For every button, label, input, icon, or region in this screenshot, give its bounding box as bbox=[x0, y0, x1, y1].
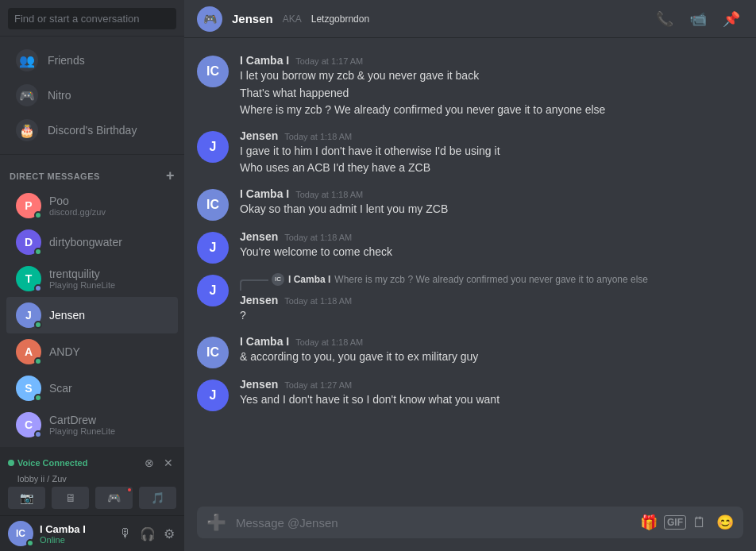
dm-sub-poo: discord.gg/zuv bbox=[49, 207, 168, 217]
msg-line: Okay so than you admit I lent you my ZCB bbox=[240, 202, 743, 218]
call-button[interactable]: 📞 bbox=[653, 7, 677, 31]
headset-button[interactable]: 🎧 bbox=[138, 525, 157, 543]
msg-line: ? bbox=[240, 308, 743, 324]
dm-status-dot-poo bbox=[34, 211, 42, 219]
dm-info-trentquility: trentquility Playing RuneLite bbox=[49, 268, 168, 290]
dm-item-jensen[interactable]: J Jensen bbox=[6, 297, 178, 333]
sidebar-item-friends[interactable]: 👥 Friends bbox=[6, 43, 178, 78]
dm-item-cartdrew[interactable]: C CartDrew Playing RuneLite bbox=[6, 407, 178, 443]
msg-content-7: Jensen Today at 1:27 AM Yes and I don't … bbox=[240, 378, 743, 411]
msg-avatar-7: J bbox=[197, 380, 229, 411]
msg-header-6: I Camba I Today at 1:18 AM bbox=[240, 335, 743, 348]
msg-author-4: Jensen bbox=[240, 230, 278, 243]
music-button[interactable]: 🎵 bbox=[139, 487, 176, 509]
nitro-label: Nitro bbox=[48, 89, 71, 102]
msg-avatar-3: IC bbox=[197, 189, 229, 221]
reply-author-5: I Camba I bbox=[288, 274, 330, 285]
voice-action-buttons: ⊗ ✕ bbox=[141, 453, 176, 472]
dm-info-dirtybongwater: dirtybongwater bbox=[49, 236, 168, 249]
dm-info-cartdrew: CartDrew Playing RuneLite bbox=[49, 414, 168, 436]
message-group-6: IC I Camba I Today at 1:18 AM & accordin… bbox=[184, 332, 756, 372]
msg-content-6: I Camba I Today at 1:18 AM & according t… bbox=[240, 335, 743, 368]
msg-text-3: Okay so than you admit I lent you my ZCB bbox=[240, 202, 743, 218]
message-group-1: IC I Camba I Today at 1:17 AM I let you … bbox=[184, 51, 756, 123]
reply-section-5: IC I Camba I Where is my zcb ? We alread… bbox=[240, 273, 743, 291]
add-attachment-button[interactable]: ➕ bbox=[203, 507, 230, 538]
reply-text-5: Where is my zcb ? We already confirmed y… bbox=[334, 274, 648, 285]
friends-icon: 👥 bbox=[16, 49, 38, 71]
sidebar-item-birthday[interactable]: 🎂 Discord's Birthday bbox=[6, 113, 178, 148]
settings-button[interactable]: ⚙ bbox=[162, 525, 176, 543]
dm-status-dot-scar bbox=[34, 394, 42, 402]
activity-notification-dot bbox=[126, 487, 133, 493]
chat-header-avatar-icon: 🎮 bbox=[203, 13, 217, 25]
msg-line: Yes and I don't have it so I don't know … bbox=[240, 392, 743, 408]
chat-header-aka-label: AKA bbox=[283, 13, 302, 25]
user-info: I Camba I Online bbox=[40, 523, 111, 545]
dm-section-header: Direct Messages + bbox=[0, 155, 184, 187]
search-input[interactable] bbox=[8, 8, 176, 29]
dm-name-andy: ANDY bbox=[49, 345, 168, 358]
dm-status-dot-cartdrew bbox=[34, 430, 42, 438]
activity-button[interactable]: 🎮 bbox=[95, 487, 133, 509]
message-input[interactable] bbox=[236, 507, 631, 538]
msg-avatar-4: J bbox=[197, 232, 229, 264]
emoji-button[interactable]: 😊 bbox=[713, 511, 737, 534]
dm-sub-cartdrew: Playing RuneLite bbox=[49, 426, 168, 436]
dm-avatar-wrap-cartdrew: C bbox=[16, 412, 41, 437]
voice-panel: Voice Connected ⊗ ✕ lobby ii / Zuv 📷 🖥 🎮… bbox=[0, 447, 184, 515]
screenshare-button[interactable]: 🖥 bbox=[52, 487, 89, 509]
video-button[interactable]: 📹 bbox=[686, 7, 710, 31]
msg-author-3: I Camba I bbox=[240, 187, 289, 200]
main-content: 🎮 Jensen AKA Letzgobrndon 📞 📹 📌 IC I Cam… bbox=[184, 0, 756, 551]
dm-item-scar[interactable]: S Scar bbox=[6, 370, 178, 407]
voice-leave-button[interactable]: ✕ bbox=[160, 453, 176, 472]
msg-timestamp-4: Today at 1:18 AM bbox=[284, 233, 352, 242]
user-status: Online bbox=[40, 535, 111, 545]
voice-mute-button[interactable]: ⊗ bbox=[141, 453, 157, 472]
msg-text-5: ? bbox=[240, 308, 743, 324]
gif-button[interactable]: GIF bbox=[664, 515, 686, 530]
dm-item-andy[interactable]: A ANDY bbox=[6, 333, 178, 370]
dm-status-dot-dirtybongwater bbox=[34, 248, 42, 256]
msg-author-2: Jensen bbox=[240, 129, 278, 142]
dm-list: P Poo discord.gg/zuv D dirtybongwater bbox=[0, 187, 184, 447]
gift-button[interactable]: 🎁 bbox=[637, 511, 661, 534]
voice-channel-name: lobby ii / Zuv bbox=[8, 472, 176, 484]
msg-content-1: I Camba I Today at 1:17 AM I let you bor… bbox=[240, 54, 743, 120]
dm-item-poo[interactable]: P Poo discord.gg/zuv bbox=[6, 187, 178, 224]
sidebar-item-nitro[interactable]: 🎮 Nitro bbox=[6, 78, 178, 113]
microphone-button[interactable]: 🎙 bbox=[118, 525, 133, 543]
pinned-button[interactable]: 📌 bbox=[719, 7, 743, 31]
chat-header-name: Jensen bbox=[232, 12, 273, 25]
message-group-7: J Jensen Today at 1:27 AM Yes and I don'… bbox=[184, 375, 756, 414]
dm-info-andy: ANDY bbox=[49, 345, 168, 358]
msg-content-4: Jensen Today at 1:18 AM You're welcome t… bbox=[240, 230, 743, 264]
user-panel: IC I Camba I Online 🎙 🎧 ⚙ bbox=[0, 515, 184, 551]
dm-item-dirtybongwater[interactable]: D dirtybongwater bbox=[6, 224, 178, 260]
msg-author-6: I Camba I bbox=[240, 335, 289, 348]
dm-avatar-wrap-andy: A bbox=[16, 339, 41, 364]
friends-label: Friends bbox=[48, 54, 85, 67]
camera-button[interactable]: 📷 bbox=[8, 487, 45, 509]
reply-content-5: IC I Camba I Where is my zcb ? We alread… bbox=[272, 273, 648, 286]
msg-timestamp-3: Today at 1:18 AM bbox=[295, 190, 363, 199]
dm-sub-trentquility: Playing RuneLite bbox=[49, 280, 168, 290]
msg-header-5: Jensen Today at 1:18 AM bbox=[240, 294, 743, 306]
msg-text-2: I gave it to him I don't have it otherwi… bbox=[240, 144, 743, 176]
dm-item-trentquility[interactable]: T trentquility Playing RuneLite bbox=[6, 260, 178, 297]
msg-content-5: IC I Camba I Where is my zcb ? We alread… bbox=[240, 273, 743, 326]
add-dm-button[interactable]: + bbox=[166, 168, 175, 184]
msg-header-7: Jensen Today at 1:27 AM bbox=[240, 378, 743, 391]
dm-header-label: Direct Messages bbox=[10, 171, 100, 181]
msg-timestamp-5: Today at 1:18 AM bbox=[284, 296, 352, 306]
nav-items: 👥 Friends 🎮 Nitro 🎂 Discord's Birthday bbox=[0, 37, 184, 155]
msg-line: I gave it to him I don't have it otherwi… bbox=[240, 144, 743, 160]
msg-avatar-6: IC bbox=[197, 337, 229, 368]
dm-avatar-wrap-jensen: J bbox=[16, 302, 41, 328]
sticker-button[interactable]: 🗒 bbox=[689, 511, 710, 534]
msg-text-4: You're welcome to come check bbox=[240, 245, 743, 260]
dm-avatar-wrap-scar: S bbox=[16, 376, 41, 401]
msg-line: Where is my zcb ? We already confirmed y… bbox=[240, 102, 743, 118]
dm-info-poo: Poo discord.gg/zuv bbox=[49, 195, 168, 217]
